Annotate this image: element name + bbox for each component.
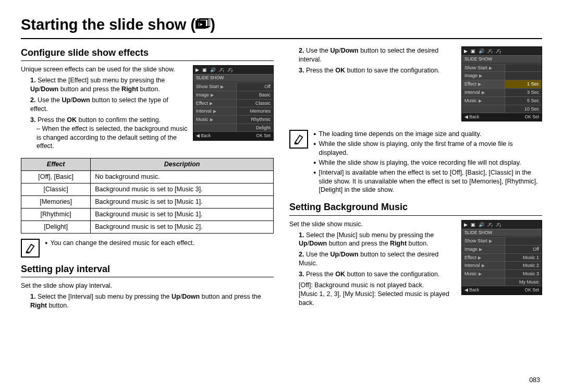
tool2-icon: 𝓕₂ — [227, 67, 232, 73]
steps-interval-left: 1. Select the [Interval] sub menu by pre… — [21, 292, 274, 310]
heading-configure-effects: Configure slide show effects — [21, 46, 274, 61]
camera-screen-music: ▶ ▣ 🔊 𝓕₁ 𝓕₂ SLIDE SHOW Show Start▶ Image… — [461, 220, 542, 295]
page-title: Starting the slide show ( ) — [21, 15, 215, 35]
camera-screen-interval: ▶ ▣ 🔊 𝓕₁ 𝓕₂ SLIDE SHOW Show Start▶ Image… — [461, 46, 542, 121]
slideshow-icon — [195, 18, 210, 30]
intro-interval: Set the slide show play interval. — [21, 281, 274, 290]
effects-table: EffectDescription [Off], [Basic]No backg… — [21, 158, 274, 233]
heading-bg-music: Setting Background Music — [289, 201, 542, 215]
note-icon — [21, 239, 40, 258]
camera-screen-effect: ▶ ▣ 🔊 𝓕₁ 𝓕₂ SLIDE SHOW Show Start▶Off Im… — [193, 65, 274, 140]
camera-topbar: ▶ ▣ 🔊 𝓕₁ 𝓕₂ — [193, 66, 273, 74]
camera-topbar: ▶ ▣ 🔊 𝓕₁ 𝓕₂ — [462, 220, 542, 229]
playback-icon: ▣ — [471, 222, 475, 228]
tool1-icon: 𝓕₁ — [219, 67, 224, 73]
page-number: 083 — [529, 376, 540, 385]
camera-topbar: ▶ ▣ 🔊 𝓕₁ 𝓕₂ — [462, 47, 542, 55]
play-icon: ▶ — [464, 222, 468, 228]
tool2-icon: 𝓕₂ — [496, 222, 501, 228]
playback-icon: ▣ — [471, 48, 475, 54]
playback-icon: ▣ — [202, 67, 207, 73]
speaker-icon: 🔊 — [479, 222, 484, 228]
play-icon: ▶ — [195, 67, 199, 73]
speaker-icon: 🔊 — [210, 67, 216, 73]
note-icon — [289, 130, 308, 149]
note-interval: The loading time depends on the image si… — [289, 130, 542, 195]
page-title-row: Starting the slide show ( ) — [21, 15, 542, 39]
heading-play-interval: Setting play interval — [21, 263, 274, 277]
speaker-icon: 🔊 — [479, 48, 484, 54]
note-text: You can change the desired music for eac… — [45, 239, 274, 248]
tool1-icon: 𝓕₁ — [487, 48, 493, 54]
tool1-icon: 𝓕₁ — [487, 222, 493, 228]
play-icon: ▶ — [464, 48, 468, 54]
tool2-icon: 𝓕₂ — [496, 48, 501, 54]
note-music-change: You can change the desired music for eac… — [21, 239, 274, 258]
